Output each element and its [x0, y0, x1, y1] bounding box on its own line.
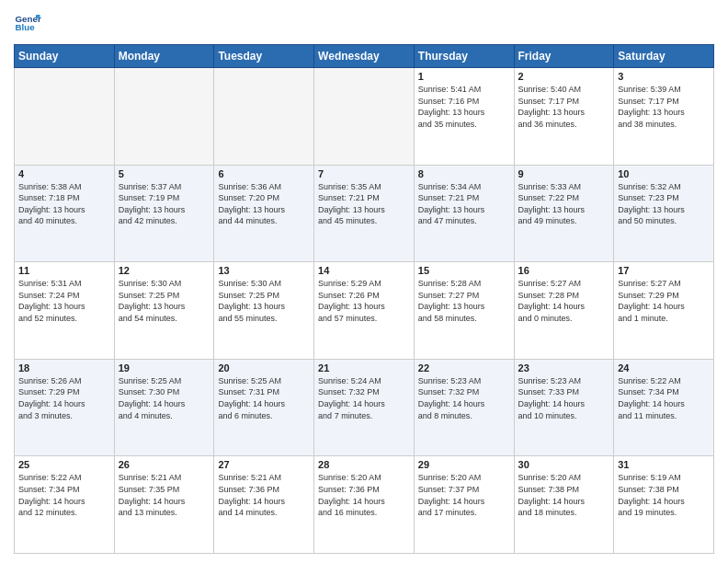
- day-info: Sunrise: 5:30 AM Sunset: 7:25 PM Dayligh…: [119, 278, 210, 324]
- calendar-cell: 14Sunrise: 5:29 AM Sunset: 7:26 PM Dayli…: [314, 262, 415, 360]
- day-number: 25: [18, 459, 110, 470]
- logo-icon: General Blue: [14, 9, 41, 37]
- day-number: 4: [18, 168, 110, 179]
- calendar-cell: 31Sunrise: 5:19 AM Sunset: 7:38 PM Dayli…: [614, 456, 714, 554]
- calendar-week-row: 1Sunrise: 5:41 AM Sunset: 7:16 PM Daylig…: [15, 68, 714, 166]
- day-info: Sunrise: 5:21 AM Sunset: 7:36 PM Dayligh…: [218, 472, 310, 518]
- calendar-cell: 26Sunrise: 5:21 AM Sunset: 7:35 PM Dayli…: [114, 456, 214, 554]
- day-number: 27: [218, 459, 310, 470]
- day-number: 19: [119, 362, 210, 373]
- day-info: Sunrise: 5:22 AM Sunset: 7:34 PM Dayligh…: [618, 375, 710, 421]
- calendar-cell: [15, 68, 115, 166]
- day-info: Sunrise: 5:35 AM Sunset: 7:21 PM Dayligh…: [318, 181, 410, 227]
- day-info: Sunrise: 5:20 AM Sunset: 7:38 PM Dayligh…: [518, 472, 610, 518]
- calendar-cell: 22Sunrise: 5:23 AM Sunset: 7:32 PM Dayli…: [414, 359, 514, 456]
- day-number: 24: [618, 362, 710, 373]
- calendar-cell: 15Sunrise: 5:28 AM Sunset: 7:27 PM Dayli…: [414, 262, 514, 360]
- calendar-table: SundayMondayTuesdayWednesdayThursdayFrid…: [14, 44, 714, 554]
- day-info: Sunrise: 5:19 AM Sunset: 7:38 PM Dayligh…: [618, 472, 710, 518]
- calendar-header-wednesday: Wednesday: [314, 45, 415, 68]
- calendar-cell: 29Sunrise: 5:20 AM Sunset: 7:37 PM Dayli…: [414, 456, 514, 554]
- day-number: 30: [518, 459, 610, 470]
- day-info: Sunrise: 5:25 AM Sunset: 7:30 PM Dayligh…: [119, 375, 210, 421]
- calendar-cell: 18Sunrise: 5:26 AM Sunset: 7:29 PM Dayli…: [15, 359, 115, 456]
- day-number: 23: [518, 362, 610, 373]
- calendar-cell: 25Sunrise: 5:22 AM Sunset: 7:34 PM Dayli…: [15, 456, 115, 554]
- calendar-header-saturday: Saturday: [614, 45, 714, 68]
- day-info: Sunrise: 5:24 AM Sunset: 7:32 PM Dayligh…: [318, 375, 410, 421]
- svg-text:Blue: Blue: [16, 22, 36, 32]
- day-number: 31: [618, 459, 710, 470]
- calendar-cell: 6Sunrise: 5:36 AM Sunset: 7:20 PM Daylig…: [214, 165, 314, 262]
- calendar-header-row: SundayMondayTuesdayWednesdayThursdayFrid…: [15, 45, 714, 68]
- day-number: 13: [218, 265, 310, 276]
- calendar-cell: 21Sunrise: 5:24 AM Sunset: 7:32 PM Dayli…: [314, 359, 415, 456]
- day-number: 5: [119, 168, 210, 179]
- day-info: Sunrise: 5:20 AM Sunset: 7:37 PM Dayligh…: [418, 472, 510, 518]
- calendar-cell: [314, 68, 415, 166]
- day-number: 20: [218, 362, 310, 373]
- day-number: 11: [18, 265, 110, 276]
- calendar-cell: 20Sunrise: 5:25 AM Sunset: 7:31 PM Dayli…: [214, 359, 314, 456]
- day-number: 3: [618, 71, 710, 82]
- calendar-cell: 5Sunrise: 5:37 AM Sunset: 7:19 PM Daylig…: [114, 165, 214, 262]
- day-info: Sunrise: 5:23 AM Sunset: 7:32 PM Dayligh…: [418, 375, 510, 421]
- day-info: Sunrise: 5:27 AM Sunset: 7:29 PM Dayligh…: [618, 278, 710, 324]
- day-info: Sunrise: 5:37 AM Sunset: 7:19 PM Dayligh…: [119, 181, 210, 227]
- calendar-header-friday: Friday: [514, 45, 614, 68]
- day-number: 6: [218, 168, 310, 179]
- calendar-cell: 10Sunrise: 5:32 AM Sunset: 7:23 PM Dayli…: [614, 165, 714, 262]
- calendar-cell: 11Sunrise: 5:31 AM Sunset: 7:24 PM Dayli…: [15, 262, 115, 360]
- calendar-cell: 16Sunrise: 5:27 AM Sunset: 7:28 PM Dayli…: [514, 262, 614, 360]
- day-info: Sunrise: 5:36 AM Sunset: 7:20 PM Dayligh…: [218, 181, 310, 227]
- day-info: Sunrise: 5:25 AM Sunset: 7:31 PM Dayligh…: [218, 375, 310, 421]
- day-info: Sunrise: 5:28 AM Sunset: 7:27 PM Dayligh…: [418, 278, 510, 324]
- day-info: Sunrise: 5:32 AM Sunset: 7:23 PM Dayligh…: [618, 181, 710, 227]
- calendar-cell: 4Sunrise: 5:38 AM Sunset: 7:18 PM Daylig…: [15, 165, 115, 262]
- day-info: Sunrise: 5:31 AM Sunset: 7:24 PM Dayligh…: [18, 278, 110, 324]
- day-info: Sunrise: 5:33 AM Sunset: 7:22 PM Dayligh…: [518, 181, 610, 227]
- calendar-cell: 8Sunrise: 5:34 AM Sunset: 7:21 PM Daylig…: [414, 165, 514, 262]
- day-info: Sunrise: 5:39 AM Sunset: 7:17 PM Dayligh…: [618, 84, 710, 130]
- calendar-cell: 19Sunrise: 5:25 AM Sunset: 7:30 PM Dayli…: [114, 359, 214, 456]
- calendar-week-row: 18Sunrise: 5:26 AM Sunset: 7:29 PM Dayli…: [15, 359, 714, 456]
- calendar-cell: 30Sunrise: 5:20 AM Sunset: 7:38 PM Dayli…: [514, 456, 614, 554]
- calendar-header-monday: Monday: [114, 45, 214, 68]
- day-number: 8: [418, 168, 510, 179]
- calendar-cell: 9Sunrise: 5:33 AM Sunset: 7:22 PM Daylig…: [514, 165, 614, 262]
- day-number: 10: [618, 168, 710, 179]
- calendar-week-row: 11Sunrise: 5:31 AM Sunset: 7:24 PM Dayli…: [15, 262, 714, 360]
- calendar-cell: 23Sunrise: 5:23 AM Sunset: 7:33 PM Dayli…: [514, 359, 614, 456]
- day-info: Sunrise: 5:27 AM Sunset: 7:28 PM Dayligh…: [518, 278, 610, 324]
- calendar-cell: 13Sunrise: 5:30 AM Sunset: 7:25 PM Dayli…: [214, 262, 314, 360]
- logo: General Blue: [14, 9, 41, 37]
- day-number: 21: [318, 362, 410, 373]
- day-number: 18: [18, 362, 110, 373]
- day-number: 17: [618, 265, 710, 276]
- day-number: 26: [119, 459, 210, 470]
- day-info: Sunrise: 5:29 AM Sunset: 7:26 PM Dayligh…: [318, 278, 410, 324]
- calendar-header-tuesday: Tuesday: [214, 45, 314, 68]
- calendar-cell: 24Sunrise: 5:22 AM Sunset: 7:34 PM Dayli…: [614, 359, 714, 456]
- calendar-cell: 2Sunrise: 5:40 AM Sunset: 7:17 PM Daylig…: [514, 68, 614, 166]
- calendar-cell: 3Sunrise: 5:39 AM Sunset: 7:17 PM Daylig…: [614, 68, 714, 166]
- day-info: Sunrise: 5:26 AM Sunset: 7:29 PM Dayligh…: [18, 375, 110, 421]
- day-number: 9: [518, 168, 610, 179]
- day-info: Sunrise: 5:22 AM Sunset: 7:34 PM Dayligh…: [18, 472, 110, 518]
- day-info: Sunrise: 5:40 AM Sunset: 7:17 PM Dayligh…: [518, 84, 610, 130]
- day-info: Sunrise: 5:34 AM Sunset: 7:21 PM Dayligh…: [418, 181, 510, 227]
- day-number: 7: [318, 168, 410, 179]
- calendar-week-row: 25Sunrise: 5:22 AM Sunset: 7:34 PM Dayli…: [15, 456, 714, 554]
- day-number: 14: [318, 265, 410, 276]
- day-number: 16: [518, 265, 610, 276]
- day-info: Sunrise: 5:41 AM Sunset: 7:16 PM Dayligh…: [418, 84, 510, 130]
- calendar-cell: [114, 68, 214, 166]
- day-number: 12: [119, 265, 210, 276]
- calendar-cell: 28Sunrise: 5:20 AM Sunset: 7:36 PM Dayli…: [314, 456, 415, 554]
- day-number: 1: [418, 71, 510, 82]
- calendar-cell: 27Sunrise: 5:21 AM Sunset: 7:36 PM Dayli…: [214, 456, 314, 554]
- day-number: 28: [318, 459, 410, 470]
- calendar-cell: 7Sunrise: 5:35 AM Sunset: 7:21 PM Daylig…: [314, 165, 415, 262]
- day-info: Sunrise: 5:20 AM Sunset: 7:36 PM Dayligh…: [318, 472, 410, 518]
- day-info: Sunrise: 5:23 AM Sunset: 7:33 PM Dayligh…: [518, 375, 610, 421]
